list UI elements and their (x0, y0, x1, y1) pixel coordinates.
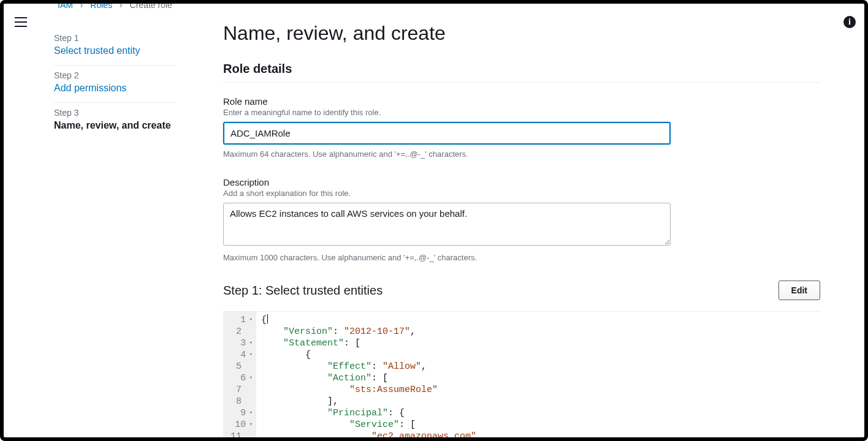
breadcrumb: IAM › Roles › Create role (54, 0, 172, 10)
description-input[interactable] (223, 203, 671, 246)
step-number: Step 2 (54, 70, 177, 80)
role-name-sub: Enter a meaningful name to identify this… (223, 108, 671, 117)
trusted-entities-heading: Step 1: Select trusted entities (223, 284, 383, 298)
policy-json-editor[interactable]: 1234567891011 { "Version": "2012-10-17",… (223, 311, 820, 441)
info-icon[interactable]: i (843, 16, 856, 28)
breadcrumb-link[interactable]: Roles (90, 0, 112, 10)
step-name-review-create: Name, review, and create (54, 120, 177, 131)
description-help: Maximum 1000 characters. Use alphanumeri… (223, 253, 671, 262)
description-sub: Add a short explanation for this role. (223, 189, 671, 198)
step-number: Step 1 (54, 33, 177, 43)
step-add-permissions[interactable]: Add permissions (54, 83, 177, 94)
role-details-heading: Role details (223, 62, 820, 83)
breadcrumb-link[interactable]: IAM (58, 0, 73, 10)
role-name-label: Role name (223, 96, 671, 107)
role-name-help: Maximum 64 characters. Use alphanumeric … (223, 149, 671, 159)
wizard-steps: Step 1 Select trusted entity Step 2 Add … (54, 28, 177, 140)
edit-trusted-entities-button[interactable]: Edit (779, 281, 820, 300)
role-name-input[interactable] (223, 122, 671, 145)
breadcrumb-current: Create role (130, 0, 172, 10)
menu-icon[interactable] (15, 17, 27, 27)
description-label: Description (223, 177, 671, 187)
step-select-trusted-entity[interactable]: Select trusted entity (54, 45, 177, 56)
page-title: Name, review, and create (223, 22, 820, 45)
step-number: Step 3 (54, 108, 177, 118)
